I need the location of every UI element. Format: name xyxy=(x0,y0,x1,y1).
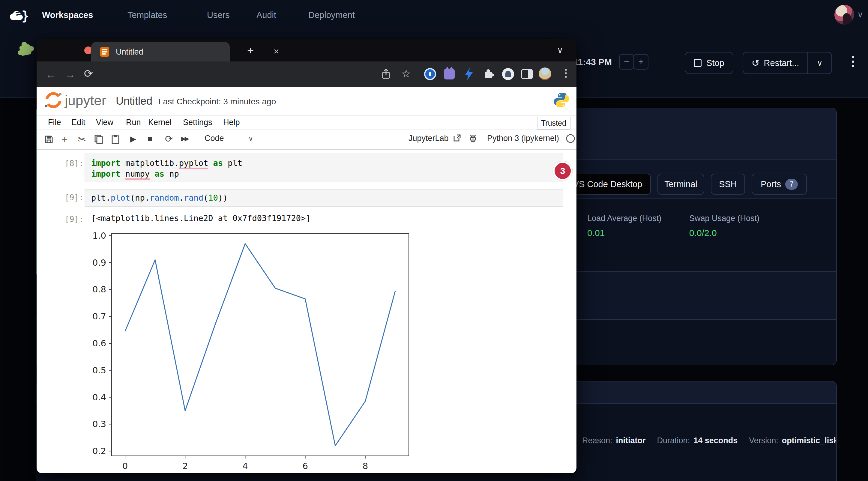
svg-text:2: 2 xyxy=(182,461,188,471)
tab-close-icon[interactable]: × xyxy=(274,46,279,57)
extensions-puzzle-icon[interactable] xyxy=(482,68,494,80)
save-icon[interactable] xyxy=(44,135,53,144)
menu-run[interactable]: Run xyxy=(126,118,141,127)
jupyter-logo-icon xyxy=(44,91,63,110)
interrupt-kernel-icon[interactable]: ■ xyxy=(148,134,153,143)
checkpoint-status: Last Checkpoint: 3 minutes ago xyxy=(158,97,276,106)
ext-cat-icon[interactable] xyxy=(444,69,455,79)
cell8-code-line2[interactable]: import numpy as np xyxy=(91,168,179,179)
nav-item-audit[interactable]: Audit xyxy=(256,10,276,20)
new-tab-button[interactable]: + xyxy=(247,44,254,57)
menu-view[interactable]: View xyxy=(96,118,113,127)
app-button-ssh[interactable]: SSH xyxy=(711,173,745,195)
coder-logo[interactable]: } xyxy=(7,8,28,23)
matplotlib-figure: 0.20.30.40.50.60.70.80.91.002468 xyxy=(84,222,429,473)
cell9-code-line[interactable]: plt.plot(np.random.rand(10)) xyxy=(91,193,228,203)
notebook-title[interactable]: Untitled xyxy=(116,95,152,107)
run-cell-icon[interactable]: ▶ xyxy=(130,134,136,143)
restart-run-all-icon[interactable]: ▶▶ xyxy=(181,135,188,142)
forward-icon[interactable]: → xyxy=(65,68,75,81)
jupyter-menubar: File Edit View Run Kernel Settings Help … xyxy=(37,116,577,130)
autostop-minus-button[interactable]: − xyxy=(619,54,634,70)
restart-workspace-split-button[interactable]: ↺ Restart... ∨ xyxy=(743,52,832,74)
stop-square-icon xyxy=(694,59,702,67)
build-meta-row: Reason: initiator Duration: 14 seconds V… xyxy=(582,436,837,445)
browser-kebab-menu[interactable]: ⋮ xyxy=(561,67,571,79)
load-average-label: Load Average (Host) xyxy=(587,214,661,223)
ports-count-badge: 7 xyxy=(785,179,798,190)
jupyter-page: jupyter Untitled Last Checkpoint: 3 minu… xyxy=(37,87,577,473)
browser-profile-avatar[interactable] xyxy=(539,67,551,80)
workspace-template-puzzle-icon xyxy=(14,38,37,61)
external-link-icon[interactable] xyxy=(453,134,461,142)
restart-icon: ↺ xyxy=(752,57,760,69)
svg-text:0.5: 0.5 xyxy=(92,365,106,376)
svg-text:4: 4 xyxy=(242,461,248,471)
paste-cells-icon[interactable] xyxy=(111,134,120,144)
cell-type-dropdown[interactable]: Code xyxy=(205,134,224,143)
share-icon[interactable] xyxy=(381,68,391,80)
menu-help[interactable]: Help xyxy=(223,118,240,127)
svg-text:8: 8 xyxy=(363,461,368,471)
ext-1password-icon[interactable] xyxy=(424,68,436,80)
svg-text:0.8: 0.8 xyxy=(92,284,106,294)
stop-workspace-button[interactable]: Stop xyxy=(685,52,733,74)
screen: } Workspaces Templates Users Audit Deplo… xyxy=(0,0,868,481)
svg-text:}: } xyxy=(22,9,28,23)
cell-type-chevron-icon[interactable]: ∨ xyxy=(248,135,253,143)
svg-text:0.4: 0.4 xyxy=(92,392,106,403)
app-button-vscode-desktop[interactable]: VS Code Desktop xyxy=(564,173,651,195)
cell8-code-line1[interactable]: import matplotlib.pyplot as plt xyxy=(91,158,242,168)
cell-type-value: Code xyxy=(205,134,224,143)
build-version-value: optimistic_liskov9 xyxy=(782,436,837,445)
kernel-status-icon[interactable] xyxy=(566,134,575,143)
bookmark-star-icon[interactable]: ☆ xyxy=(401,67,411,80)
add-cell-icon[interactable]: + xyxy=(62,134,68,146)
svg-text:1.0: 1.0 xyxy=(92,231,106,241)
menu-settings[interactable]: Settings xyxy=(183,118,212,127)
ext-ghostery-icon[interactable] xyxy=(502,68,514,80)
restart-dropdown-chevron-icon[interactable]: ∨ xyxy=(808,59,831,68)
user-avatar[interactable] xyxy=(834,5,854,25)
app-button-terminal[interactable]: Terminal xyxy=(657,173,704,195)
ext-splitview-icon[interactable] xyxy=(521,69,533,79)
user-menu-chevron-icon[interactable]: ∨ xyxy=(857,9,864,20)
jupyter-favicon xyxy=(100,47,109,57)
svg-text:0.6: 0.6 xyxy=(92,338,106,348)
back-icon[interactable]: ← xyxy=(45,68,56,81)
cell9-output-prompt: [9]: xyxy=(65,215,84,224)
nav-item-users[interactable]: Users xyxy=(207,10,230,20)
restart-main[interactable]: ↺ Restart... xyxy=(743,57,807,69)
restart-kernel-icon[interactable]: ⟳ xyxy=(165,133,173,145)
nav-item-deployment[interactable]: Deployment xyxy=(308,10,355,20)
svg-text:0: 0 xyxy=(122,461,128,471)
svg-text:0.2: 0.2 xyxy=(92,446,106,456)
build-duration-label: Duration: xyxy=(657,436,690,445)
python-logo-icon xyxy=(553,92,570,108)
menu-file[interactable]: File xyxy=(48,118,61,127)
kernel-name[interactable]: Python 3 (ipykernel) xyxy=(487,134,559,143)
build-reason-value: initiator xyxy=(616,436,646,445)
workspace-kebab-menu[interactable]: ⋮ xyxy=(846,53,860,69)
app-button-ports[interactable]: Ports 7 xyxy=(752,173,807,195)
svg-text:0.3: 0.3 xyxy=(92,419,106,429)
build-version-label: Version: xyxy=(749,436,778,445)
cut-cells-icon[interactable]: ✂ xyxy=(78,134,86,145)
trusted-button[interactable]: Trusted xyxy=(537,117,570,130)
menu-kernel[interactable]: Kernel xyxy=(148,118,172,127)
copy-cells-icon[interactable] xyxy=(94,134,103,144)
debugger-bug-icon[interactable] xyxy=(468,134,477,143)
svg-text:0.7: 0.7 xyxy=(92,311,106,321)
ext-bolt-icon[interactable] xyxy=(464,67,474,81)
tab-search-chevron-icon[interactable]: ∨ xyxy=(557,45,563,55)
nav-item-workspaces[interactable]: Workspaces xyxy=(42,10,93,20)
menu-edit[interactable]: Edit xyxy=(71,118,86,127)
nav-item-templates[interactable]: Templates xyxy=(127,10,167,20)
reload-icon[interactable]: ⟳ xyxy=(84,67,93,80)
swap-usage-label: Swap Usage (Host) xyxy=(689,214,760,223)
collaborator-count: 3 xyxy=(560,166,565,176)
browser-tab-untitled[interactable]: Untitled × xyxy=(91,42,230,62)
avatar-tree-silhouette xyxy=(843,13,852,25)
autostop-plus-button[interactable]: + xyxy=(633,54,648,70)
jupyterlab-link[interactable]: JupyterLab xyxy=(408,134,449,143)
